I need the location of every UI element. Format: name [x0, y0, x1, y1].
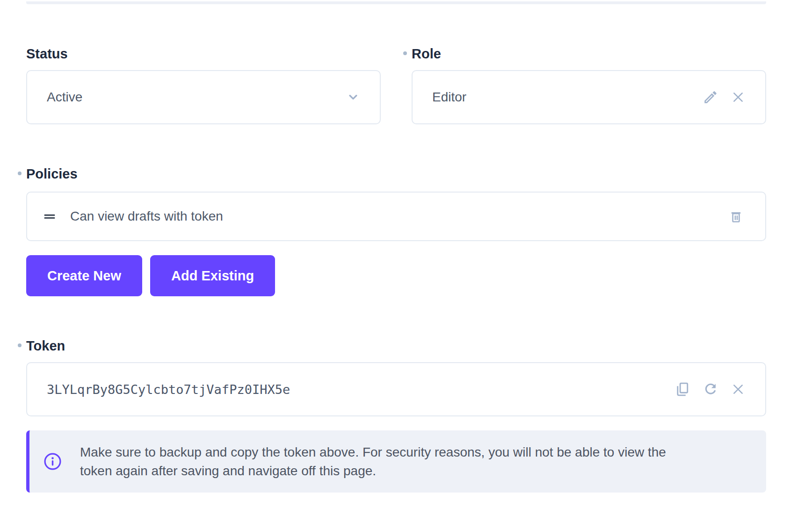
token-notice: Make sure to backup and copy the token a…: [26, 430, 766, 493]
token-field-actions: [674, 381, 746, 397]
deselect-icon[interactable]: [731, 90, 746, 105]
status-select[interactable]: Active: [26, 70, 381, 124]
token-notice-text: Make sure to backup and copy the token a…: [80, 443, 674, 480]
policies-actions: Create New Add Existing: [26, 255, 766, 296]
role-field-actions: [703, 89, 746, 105]
role-label: Role: [412, 45, 766, 62]
policy-item-title: Can view drafts with token: [70, 209, 728, 224]
role-value: Editor: [432, 90, 703, 105]
delete-icon[interactable]: [728, 209, 744, 224]
info-icon: [43, 452, 62, 471]
drag-handle-icon[interactable]: [41, 208, 58, 225]
edit-icon[interactable]: [703, 89, 718, 105]
copy-icon[interactable]: [674, 381, 690, 397]
status-role-row: Status Active Role Editor: [26, 4, 766, 124]
token-value: 3LYLqrBy8G5Cylcbto7tjVafPz0IHX5e: [47, 382, 674, 397]
policy-list-item[interactable]: Can view drafts with token: [26, 192, 766, 241]
create-new-button[interactable]: Create New: [26, 255, 142, 296]
status-field-group: Status Active: [26, 4, 381, 124]
policies-label: Policies: [26, 165, 766, 182]
token-label: Token: [26, 337, 766, 354]
token-field[interactable]: 3LYLqrBy8G5Cylcbto7tjVafPz0IHX5e: [26, 362, 766, 416]
status-value: Active: [47, 90, 346, 105]
refresh-icon[interactable]: [703, 381, 718, 397]
clear-icon[interactable]: [731, 382, 746, 397]
role-field-group: Role Editor: [412, 4, 766, 124]
add-existing-button[interactable]: Add Existing: [150, 255, 275, 296]
chevron-down-icon: [346, 90, 360, 104]
role-field[interactable]: Editor: [412, 70, 766, 124]
user-edit-form: Status Active Role Editor: [0, 1, 812, 529]
status-label: Status: [26, 45, 381, 62]
